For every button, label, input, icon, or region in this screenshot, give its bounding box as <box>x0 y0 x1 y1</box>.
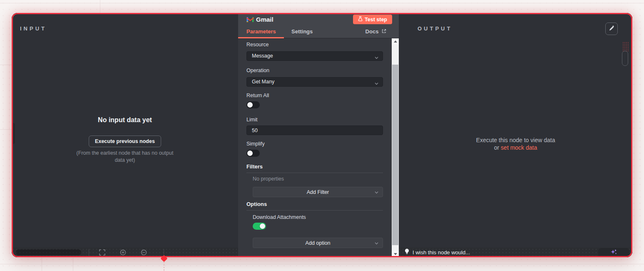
wish-input[interactable] <box>413 249 571 256</box>
scroll-down-icon[interactable] <box>392 251 399 257</box>
simplify-label: Simplify <box>246 141 265 147</box>
chevron-down-icon <box>374 54 379 63</box>
tab-parameters[interactable]: Parameters <box>246 26 276 38</box>
lightbulb-icon <box>405 248 409 256</box>
add-option-button[interactable]: Add option <box>253 238 383 248</box>
no-input-caption-line2: data yet) <box>12 157 238 164</box>
filters-empty-text: No properties <box>253 176 284 182</box>
simplify-toggle[interactable] <box>246 150 260 157</box>
toggle-knob <box>247 151 253 156</box>
return-all-toggle[interactable] <box>246 101 260 108</box>
download-attachments-toggle[interactable] <box>253 223 266 230</box>
add-option-label: Add option <box>306 240 331 246</box>
zoom-in-icon[interactable] <box>120 249 126 257</box>
test-step-label: Test step <box>365 17 387 23</box>
return-all-label: Return All <box>246 93 269 98</box>
canvas-gridline <box>42 258 42 271</box>
chevron-down-icon <box>374 80 379 89</box>
output-empty-line2: or set mock data <box>399 144 632 151</box>
canvas-gridline <box>73 258 73 271</box>
output-empty-or-text: or <box>494 144 499 151</box>
node-parameters-body: Resource Message Operation Get Many Retu… <box>238 38 392 257</box>
node-title: Gmail <box>256 16 274 23</box>
canvas-gridline <box>0 3 644 3</box>
fit-view-icon[interactable] <box>99 249 105 257</box>
node-modal-header: Gmail Test step Parameters Settings Docs <box>238 13 399 38</box>
filters-section-header: Filters <box>246 163 383 173</box>
modal-scrollbar[interactable] <box>392 38 399 257</box>
input-panel-title: INPUT <box>20 25 47 32</box>
limit-input[interactable] <box>246 125 383 135</box>
node-wish-bar <box>400 248 632 257</box>
canvas-gridline <box>100 0 100 13</box>
docs-link[interactable]: Docs <box>366 26 386 38</box>
edit-output-button[interactable] <box>605 23 618 35</box>
output-empty-line1: Execute this node to view data <box>399 136 632 144</box>
zoom-out-icon[interactable] <box>141 249 147 257</box>
tab-settings[interactable]: Settings <box>291 26 313 38</box>
connection-dashed-line <box>164 262 164 271</box>
external-link-icon <box>382 28 386 35</box>
download-attachments-label: Download Attachments <box>253 214 306 220</box>
toggle-knob <box>260 223 265 229</box>
chevron-down-icon <box>374 241 379 247</box>
output-panel: OUTPUT Execute this node to view data or… <box>399 13 632 257</box>
ai-assistant-button[interactable] <box>598 248 629 257</box>
operation-value: Get Many <box>252 78 274 86</box>
sparkles-icon <box>610 249 617 256</box>
resource-select[interactable]: Message <box>246 51 383 61</box>
gmail-node-modal: Gmail Test step Parameters Settings Docs… <box>238 13 399 257</box>
horizontal-scrollbar-thumb[interactable] <box>16 249 81 255</box>
canvas-gridline <box>0 264 644 264</box>
canvas-gridline <box>0 129 12 130</box>
options-section-header: Options <box>246 201 383 211</box>
node-details-view: INPUT No input data yet Execute previous… <box>12 13 632 257</box>
pencil-icon <box>609 25 614 33</box>
no-input-caption: (From the earliest node that has no outp… <box>12 150 238 164</box>
flask-icon <box>358 16 363 23</box>
resource-label: Resource <box>246 42 269 48</box>
set-mock-data-link[interactable]: set mock data <box>501 144 537 151</box>
modal-scrollbar-thumb[interactable] <box>392 65 398 245</box>
execute-previous-nodes-button[interactable]: Execute previous nodes <box>89 136 161 147</box>
input-panel: INPUT No input data yet Execute previous… <box>12 13 238 257</box>
add-filter-label: Add Filter <box>307 189 329 195</box>
scroll-up-icon[interactable] <box>392 38 399 45</box>
add-filter-button[interactable]: Add Filter <box>253 187 383 197</box>
output-panel-title: OUTPUT <box>418 25 452 32</box>
output-empty-state: Execute this node to view data or set mo… <box>399 136 632 151</box>
docs-label: Docs <box>366 28 379 35</box>
output-edge-scroll-indicator[interactable] <box>622 51 628 66</box>
no-input-caption-line1: (From the earliest node that has no outp… <box>12 150 238 157</box>
operation-label: Operation <box>246 68 269 73</box>
limit-label: Limit <box>246 117 257 123</box>
test-step-button[interactable]: Test step <box>353 15 392 24</box>
chevron-down-icon <box>374 190 379 196</box>
output-edge-texture <box>622 42 629 52</box>
input-pane-drag-handle[interactable] <box>12 123 15 144</box>
no-input-title: No input data yet <box>12 116 238 124</box>
operation-select[interactable]: Get Many <box>246 77 383 87</box>
resource-value: Message <box>252 52 273 60</box>
gmail-logo-icon <box>246 17 254 24</box>
canvas-gridline <box>0 65 12 65</box>
toggle-knob <box>247 102 253 108</box>
bottom-bar-divider <box>89 249 89 256</box>
